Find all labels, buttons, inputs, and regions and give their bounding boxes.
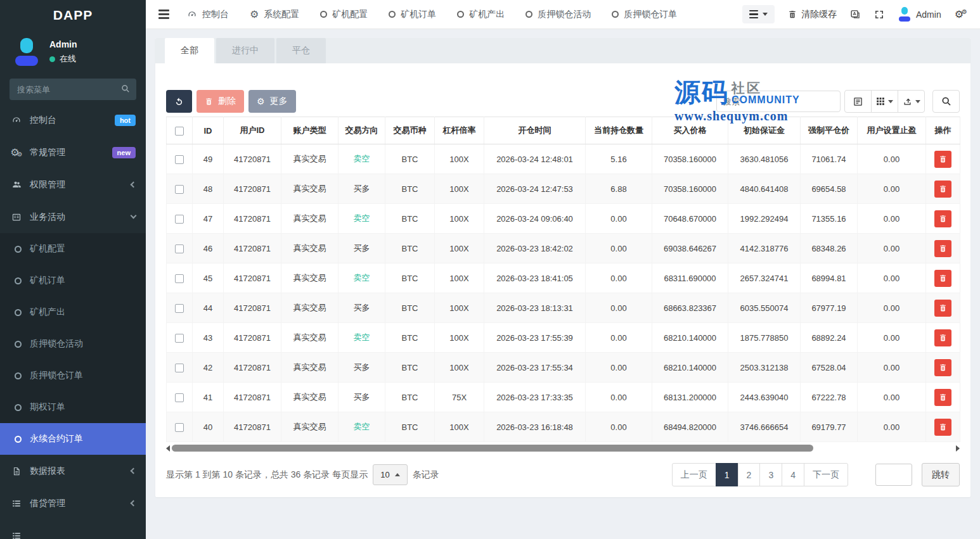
topnav-miner-orders[interactable]: 矿机订单	[389, 9, 436, 20]
sidebar-item-business-activity[interactable]: 业务活动	[0, 201, 146, 233]
trash-icon	[939, 333, 947, 342]
tab-closed[interactable]: 平仓	[276, 38, 326, 63]
column-header: 当前持仓数量	[586, 117, 652, 144]
topnav-staking-orders[interactable]: 质押锁仓订单	[612, 9, 677, 20]
tab-ongoing[interactable]: 进行中	[216, 38, 274, 63]
gears-icon: ⚙⚙	[10, 147, 23, 158]
sidebar-subitem-perpetual-orders[interactable]: 永续合约订单	[0, 423, 146, 455]
layout-menu-button[interactable]	[742, 5, 775, 24]
sidebar-subitem-staking-activity[interactable]: 质押锁仓活动	[0, 328, 146, 360]
scrollbar-thumb[interactable]	[172, 445, 813, 452]
direction-cell: 买多	[338, 353, 385, 383]
top-nav: 控制台⚙系统配置矿机配置矿机订单矿机产出质押锁仓活动质押锁仓订单	[187, 9, 677, 20]
row-delete-button[interactable]	[934, 151, 951, 168]
direction-cell: 买多	[338, 383, 385, 412]
search-icon	[121, 84, 130, 93]
badge-hot: hot	[115, 115, 136, 126]
scrollbar-track[interactable]	[172, 445, 954, 452]
caret-up-icon	[395, 473, 400, 476]
topnav-system-config[interactable]: ⚙系统配置	[250, 9, 299, 20]
row-checkbox[interactable]	[175, 393, 184, 402]
column-header: 用户设置止盈	[858, 117, 926, 144]
tab-strip: 全部进行中平仓	[155, 38, 970, 63]
sidebar-item-permission-mgmt[interactable]: 权限管理	[0, 168, 146, 201]
table-search-input[interactable]	[716, 91, 841, 112]
row-delete-button[interactable]	[934, 419, 951, 436]
row-checkbox[interactable]	[175, 185, 184, 194]
row-checkbox[interactable]	[175, 274, 184, 283]
admin-menu[interactable]: Admin	[898, 7, 941, 22]
column-header: 杠杆倍率	[435, 117, 484, 144]
tab-all[interactable]: 全部	[165, 38, 214, 63]
language-icon[interactable]	[850, 9, 861, 20]
next-page-button[interactable]: 下一页	[804, 463, 848, 486]
row-delete-button[interactable]	[934, 240, 951, 257]
caret-down-icon	[915, 100, 920, 103]
column-header: 交易方向	[338, 117, 385, 144]
online-dot-icon	[49, 56, 55, 62]
sidebar-item-data-report[interactable]: 数据报表	[0, 455, 146, 487]
topnav-miner-config[interactable]: 矿机配置	[320, 9, 368, 20]
page-button-3[interactable]: 3	[759, 463, 782, 486]
caret-down-icon	[763, 13, 768, 16]
row-delete-button[interactable]	[934, 300, 951, 317]
topnav-console[interactable]: 控制台	[187, 9, 229, 20]
row-delete-button[interactable]	[934, 210, 951, 227]
delete-button[interactable]: 删除	[197, 90, 244, 113]
export-button[interactable]	[898, 90, 925, 113]
badge-new: new	[112, 147, 136, 158]
search-button[interactable]	[932, 90, 960, 113]
row-checkbox[interactable]	[175, 334, 184, 343]
columns-button[interactable]	[871, 90, 898, 113]
sidebar-item-console[interactable]: 控制台hot	[0, 104, 146, 136]
page-button-1[interactable]: 1	[716, 463, 738, 486]
page-button-4[interactable]: 4	[782, 463, 804, 486]
settings-gears-icon[interactable]: ⚙⚙	[955, 10, 967, 20]
menu-toggle-icon[interactable]	[158, 10, 169, 19]
sidebar-subitem-option-orders[interactable]: 期权订单	[0, 391, 146, 423]
topnav-miner-output[interactable]: 矿机产出	[457, 9, 505, 20]
sidebar-subitem-miner-output[interactable]: 矿机产出	[0, 296, 146, 328]
sidebar-subitem-miner-orders[interactable]: 矿机订单	[0, 265, 146, 296]
clear-cache-button[interactable]: 清除缓存	[788, 9, 837, 20]
sidebar-item-loan-mgmt[interactable]: 借贷管理	[0, 487, 146, 519]
table-row: 4441720871真实交易买多BTC100X2026-03-23 18:13:…	[167, 293, 960, 323]
circle-icon	[15, 436, 22, 443]
row-checkbox[interactable]	[175, 155, 184, 164]
page-button-2[interactable]: 2	[738, 463, 761, 486]
row-delete-button[interactable]	[934, 359, 951, 376]
sidebar-search-input[interactable]	[10, 79, 136, 100]
sidebar-subitem-miner-config[interactable]: 矿机配置	[0, 233, 146, 265]
jump-page-input[interactable]	[875, 464, 912, 486]
row-checkbox[interactable]	[175, 423, 184, 432]
row-delete-button[interactable]	[934, 270, 951, 287]
jump-button[interactable]: 跳转	[922, 463, 960, 486]
row-checkbox[interactable]	[175, 244, 184, 253]
select-all-checkbox[interactable]	[175, 127, 184, 136]
sidebar-item-partial-item[interactable]	[0, 519, 146, 539]
more-button[interactable]: ⚙ 更多	[248, 90, 296, 113]
table-row: 4341720871真实交易卖空BTC100X2026-03-23 17:55:…	[167, 323, 960, 353]
column-header: 强制平仓价	[801, 117, 858, 144]
column-header: 开仓时间	[484, 117, 586, 144]
topnav-staking-activity[interactable]: 质押锁仓活动	[525, 9, 591, 20]
trash-icon	[939, 393, 947, 402]
gear-icon: ⚙	[250, 10, 259, 20]
row-checkbox[interactable]	[175, 304, 184, 313]
scroll-left-icon[interactable]	[166, 445, 170, 452]
row-checkbox[interactable]	[175, 215, 184, 224]
trash-icon	[939, 422, 947, 431]
row-delete-button[interactable]	[934, 389, 951, 406]
detail-view-button[interactable]	[844, 90, 872, 113]
page-size-select[interactable]: 10	[373, 464, 407, 485]
trash-icon	[939, 303, 947, 312]
scroll-right-icon[interactable]	[956, 445, 960, 452]
fullscreen-icon[interactable]	[874, 10, 884, 20]
row-delete-button[interactable]	[934, 329, 951, 346]
row-delete-button[interactable]	[934, 181, 951, 198]
refresh-button[interactable]	[166, 90, 192, 113]
row-checkbox[interactable]	[175, 364, 184, 372]
sidebar-subitem-staking-orders[interactable]: 质押锁仓订单	[0, 360, 146, 391]
sidebar-item-general-mgmt[interactable]: ⚙⚙常规管理new	[0, 136, 146, 168]
prev-page-button[interactable]: 上一页	[672, 463, 716, 486]
